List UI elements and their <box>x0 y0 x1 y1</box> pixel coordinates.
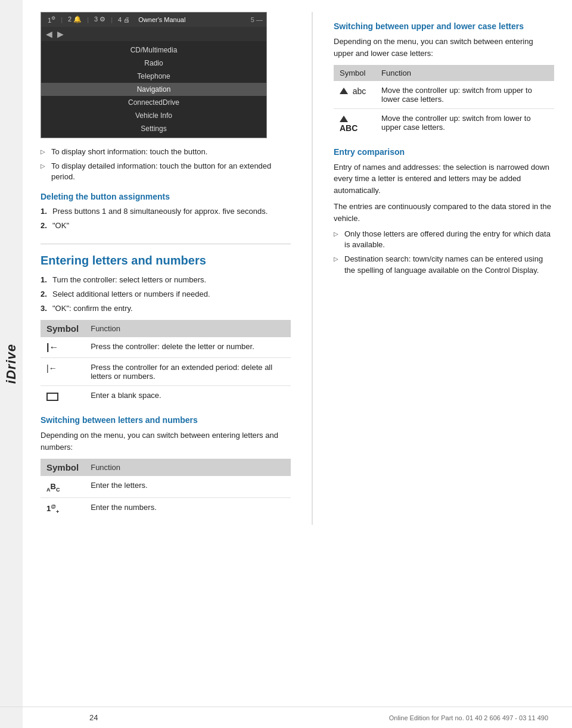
delete-step-1: 1.Press buttons 1 and 8 simultaneously f… <box>41 206 291 217</box>
func-delete-all: Press the controller for an extended per… <box>85 358 291 386</box>
entering-letters-heading: Entering letters and numbers <box>41 244 291 267</box>
page-number: 24 <box>89 713 98 722</box>
func-upper-to-lower: Move the controller up: switch from uppe… <box>375 81 554 109</box>
menu-header-title: Owner's Manual <box>135 15 188 24</box>
menu-item-telephone[interactable]: Telephone <box>41 70 266 83</box>
upper-lower-heading: Switching between upper and lower case l… <box>334 21 554 31</box>
sym-arrow-abc: abc <box>334 81 375 109</box>
sym-blank-space <box>41 386 85 406</box>
sidebar: iDrive <box>0 0 23 728</box>
entry-bullet-1: Only those letters are offered during th… <box>334 229 554 250</box>
table-row: abc Move the controller up: switch from … <box>334 81 554 109</box>
table2-header-symbol: Symbol <box>41 459 85 476</box>
right-column: Switching between upper and lower case l… <box>334 12 554 525</box>
left-column: 1⚙ | 2 🔔 | 3 ⚙ | 4 🖨 Owner's Manual 5 — … <box>41 12 291 525</box>
right-table-header-symbol: Symbol <box>334 65 375 81</box>
footer: 24 Online Edition for Part no. 01 40 2 6… <box>0 707 572 728</box>
entry-comparison-body1: Entry of names and addresses: the select… <box>334 161 554 197</box>
menu-item-navigation[interactable]: Navigation <box>41 83 266 96</box>
menu-item-cd[interactable]: CD/Multimedia <box>41 43 266 57</box>
menu-header-item-2: 2 🔔 <box>65 14 85 24</box>
table-header-symbol: Symbol <box>41 320 85 337</box>
menu-screenshot: 1⚙ | 2 🔔 | 3 ⚙ | 4 🖨 Owner's Manual 5 — … <box>41 12 267 138</box>
sym-backspace-normal: |← <box>41 358 85 386</box>
menu-items: CD/Multimedia Radio Telephone Navigation… <box>41 41 266 138</box>
menu-header-5: 5 — <box>251 16 263 23</box>
table-row: ABC Move the controller up: switch from … <box>334 109 554 138</box>
table-row: |← Press the controller: delete the lett… <box>41 337 291 358</box>
menu-item-settings[interactable]: Settings <box>41 122 266 135</box>
menu-header-item-1: 1⚙ <box>45 14 58 25</box>
menu-item-radio[interactable]: Radio <box>41 57 266 70</box>
main-content: 1⚙ | 2 🔔 | 3 ⚙ | 4 🖨 Owner's Manual 5 — … <box>23 0 572 549</box>
sym-num: 1@+ <box>41 497 85 519</box>
upper-lower-table: Symbol Function abc Move the controller … <box>334 65 554 138</box>
func-enter-letters: Enter the letters. <box>85 476 291 497</box>
delete-step-2: 2."OK" <box>41 220 291 231</box>
table-row: ABC Enter the letters. <box>41 476 291 497</box>
menu-header-item-4: 4 🖨 <box>115 15 133 24</box>
sym-abc-sub: ABC <box>41 476 85 497</box>
func-lower-to-upper: Move the controller up: switch from lowe… <box>375 109 554 138</box>
func-delete-letter: Press the controller: delete the letter … <box>85 337 291 358</box>
entering-steps: 1.Turn the controller: select letters or… <box>41 275 291 315</box>
menu-nav: ◀ ▶ <box>41 27 266 41</box>
enter-step-2: 2.Select additional letters or numbers i… <box>41 289 291 300</box>
menu-item-connected[interactable]: ConnectedDrive <box>41 96 266 109</box>
nav-left-arrow[interactable]: ◀ <box>43 28 55 40</box>
nav-right-arrow[interactable]: ▶ <box>55 28 66 40</box>
entry-comparison-body2: The entries are continuously compared to… <box>334 201 554 224</box>
sidebar-label: iDrive <box>4 344 19 384</box>
menu-header: 1⚙ | 2 🔔 | 3 ⚙ | 4 🖨 Owner's Manual 5 — <box>41 13 266 27</box>
switching-letters-heading: Switching between letters and numbers <box>41 415 291 425</box>
bullet-1: To display short information: touch the … <box>41 147 291 157</box>
menu-item-vehicle[interactable]: Vehicle Info <box>41 109 266 122</box>
up-arrow-icon-2 <box>340 116 348 122</box>
footer-text: Online Edition for Part no. 01 40 2 606 … <box>389 714 548 721</box>
intro-bullets: To display short information: touch the … <box>41 147 291 183</box>
table-row: |← Press the controller for an extended … <box>41 358 291 386</box>
symbol-function-table: Symbol Function |← Press the controller:… <box>41 320 291 406</box>
column-divider <box>312 12 313 525</box>
func-blank-space: Enter a blank space. <box>85 386 291 406</box>
sym-arrow-ABC: ABC <box>334 109 375 138</box>
right-table-header-function: Function <box>375 65 554 81</box>
table-row: Enter a blank space. <box>41 386 291 406</box>
letters-numbers-table: Symbol Function ABC Enter the letters. 1… <box>41 459 291 519</box>
bullet-2: To display detailed information: touch t… <box>41 161 291 182</box>
entry-comparison-heading: Entry comparison <box>334 147 554 157</box>
up-arrow-icon <box>340 88 348 94</box>
deleting-heading: Deleting the button assignments <box>41 192 291 201</box>
deleting-steps: 1.Press buttons 1 and 8 simultaneously f… <box>41 206 291 231</box>
entry-bullet-2: Destination search: town/city names can … <box>334 254 554 275</box>
table-header-function: Function <box>85 320 291 337</box>
table-row: 1@+ Enter the numbers. <box>41 497 291 519</box>
entry-comparison-bullets: Only those letters are offered during th… <box>334 229 554 276</box>
switching-letters-body: Depending on the menu, you can switch be… <box>41 430 291 453</box>
func-enter-numbers: Enter the numbers. <box>85 497 291 519</box>
table2-header-function: Function <box>85 459 291 476</box>
enter-step-1: 1.Turn the controller: select letters or… <box>41 275 291 285</box>
menu-header-item-3: 3 ⚙ <box>91 14 108 24</box>
upper-lower-body: Depending on the menu, you can switch be… <box>334 36 554 59</box>
enter-step-3: 3."OK": confirm the entry. <box>41 303 291 314</box>
sym-backspace-bold: |← <box>41 337 85 358</box>
